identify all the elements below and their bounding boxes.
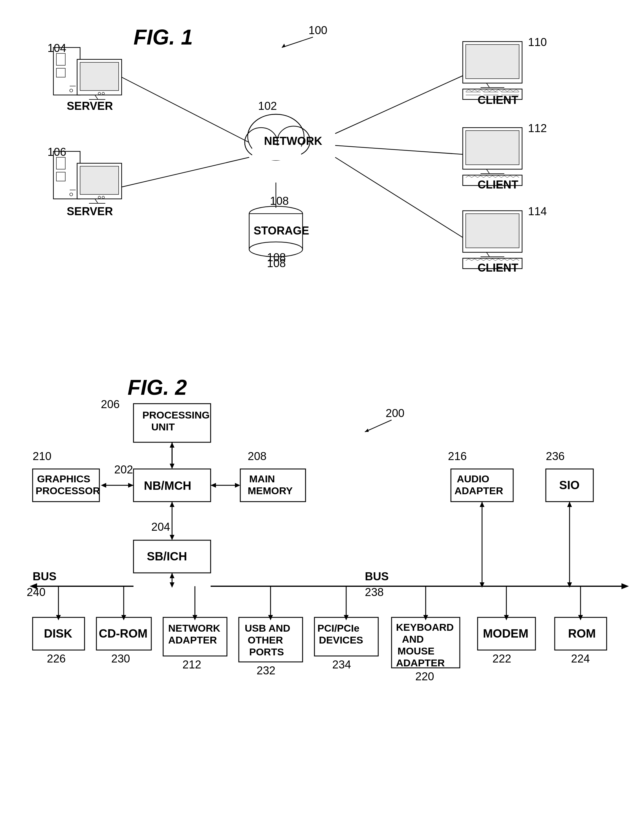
- svg-rect-24: [80, 62, 119, 90]
- svg-text:PCI/PCIe: PCI/PCIe: [317, 622, 359, 634]
- svg-marker-96: [170, 442, 175, 448]
- svg-text:FIG. 1: FIG. 1: [134, 25, 193, 49]
- svg-text:CLIENT: CLIENT: [478, 94, 518, 106]
- svg-rect-69: [466, 131, 519, 165]
- svg-marker-125: [622, 583, 629, 589]
- svg-marker-102: [128, 483, 134, 488]
- svg-text:108: 108: [267, 257, 286, 270]
- svg-rect-15: [252, 145, 301, 160]
- svg-marker-101: [101, 483, 106, 488]
- svg-line-83: [335, 157, 463, 237]
- svg-text:110: 110: [528, 36, 547, 48]
- svg-line-31: [122, 77, 249, 142]
- svg-line-45: [122, 157, 249, 187]
- svg-text:MEMORY: MEMORY: [248, 485, 293, 496]
- svg-line-78: [486, 252, 490, 257]
- svg-text:PROCESSING: PROCESSING: [142, 409, 210, 421]
- svg-rect-18: [54, 47, 80, 95]
- svg-text:MOUSE: MOUSE: [398, 645, 434, 657]
- svg-text:PROCESSOR: PROCESSOR: [36, 485, 100, 496]
- svg-rect-77: [466, 214, 519, 248]
- svg-text:222: 222: [493, 652, 511, 665]
- svg-rect-38: [80, 166, 119, 194]
- svg-text:CLIENT: CLIENT: [478, 262, 518, 274]
- fig2-diagram: FIG. 2 200 PROCESSING UNIT 206 NB/MCH 20…: [24, 368, 612, 828]
- svg-text:104: 104: [47, 42, 66, 54]
- svg-text:ROM: ROM: [568, 627, 596, 640]
- svg-text:DEVICES: DEVICES: [319, 634, 363, 646]
- svg-text:NETWORK: NETWORK: [264, 135, 323, 147]
- svg-line-67: [335, 76, 463, 134]
- svg-rect-49: [250, 214, 302, 215]
- svg-text:BUS: BUS: [365, 570, 389, 583]
- svg-text:100: 100: [309, 24, 327, 36]
- svg-text:238: 238: [365, 586, 384, 598]
- svg-text:200: 200: [386, 407, 404, 419]
- svg-marker-116: [170, 502, 175, 507]
- svg-text:AND: AND: [402, 633, 424, 645]
- svg-marker-129: [170, 583, 175, 588]
- svg-text:206: 206: [101, 398, 120, 411]
- svg-text:MODEM: MODEM: [483, 627, 528, 640]
- svg-text:112: 112: [528, 122, 547, 134]
- svg-text:STORAGE: STORAGE: [253, 224, 309, 237]
- svg-marker-139: [480, 583, 485, 588]
- svg-text:SIO: SIO: [559, 478, 579, 491]
- svg-text:224: 224: [571, 652, 590, 665]
- svg-marker-142: [567, 583, 572, 588]
- svg-line-2: [282, 37, 313, 47]
- svg-line-70: [486, 169, 490, 174]
- page: FIG. 1 100: [0, 0, 636, 840]
- svg-text:USB AND: USB AND: [245, 622, 290, 634]
- svg-text:ADAPTER: ADAPTER: [168, 634, 217, 646]
- svg-text:AUDIO: AUDIO: [457, 473, 490, 485]
- svg-text:SERVER: SERVER: [67, 100, 113, 112]
- svg-marker-108: [235, 483, 240, 488]
- fig1-diagram: FIG. 1 100: [24, 18, 612, 344]
- svg-text:SB/ICH: SB/ICH: [147, 550, 187, 563]
- svg-line-39: [95, 199, 98, 203]
- svg-text:MAIN: MAIN: [249, 473, 275, 485]
- svg-rect-32: [54, 152, 80, 199]
- svg-text:236: 236: [546, 450, 565, 463]
- svg-text:208: 208: [248, 450, 266, 463]
- svg-text:NETWORK: NETWORK: [168, 622, 220, 634]
- svg-text:204: 204: [151, 521, 170, 533]
- svg-text:216: 216: [448, 450, 467, 463]
- svg-text:GRAPHICS: GRAPHICS: [37, 473, 90, 485]
- svg-text:BUS: BUS: [33, 570, 57, 583]
- svg-text:226: 226: [47, 652, 66, 665]
- svg-text:DISK: DISK: [44, 627, 72, 640]
- svg-text:CLIENT: CLIENT: [478, 178, 518, 191]
- svg-text:CD-ROM: CD-ROM: [99, 627, 148, 640]
- svg-text:114: 114: [528, 205, 547, 218]
- svg-text:102: 102: [258, 100, 277, 112]
- svg-text:ADAPTER: ADAPTER: [396, 657, 445, 668]
- svg-text:ADAPTER: ADAPTER: [455, 485, 503, 496]
- svg-text:UNIT: UNIT: [151, 421, 175, 433]
- svg-marker-143: [567, 502, 572, 507]
- svg-text:220: 220: [415, 670, 434, 683]
- svg-line-87: [365, 420, 392, 432]
- svg-text:212: 212: [183, 658, 201, 671]
- svg-text:OTHER: OTHER: [248, 634, 283, 646]
- svg-marker-130: [170, 573, 175, 578]
- svg-marker-88: [365, 429, 369, 432]
- svg-text:234: 234: [332, 658, 351, 671]
- svg-text:232: 232: [257, 664, 275, 677]
- svg-text:106: 106: [47, 146, 66, 158]
- svg-line-75: [335, 145, 463, 154]
- svg-text:FIG. 2: FIG. 2: [128, 376, 187, 399]
- svg-marker-109: [211, 483, 216, 488]
- svg-line-56: [486, 83, 490, 88]
- svg-text:240: 240: [27, 586, 46, 598]
- svg-text:PORTS: PORTS: [249, 646, 284, 657]
- svg-rect-55: [466, 44, 519, 79]
- svg-text:KEYBOARD: KEYBOARD: [396, 622, 454, 633]
- svg-line-25: [95, 95, 98, 99]
- svg-marker-115: [170, 535, 175, 540]
- svg-text:230: 230: [111, 652, 130, 665]
- svg-marker-3: [282, 44, 285, 47]
- svg-text:SERVER: SERVER: [67, 205, 113, 218]
- svg-text:202: 202: [114, 463, 133, 476]
